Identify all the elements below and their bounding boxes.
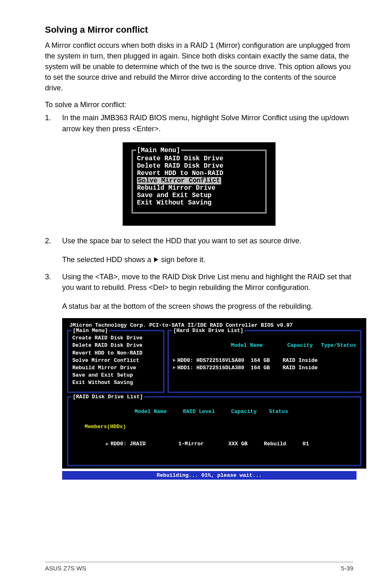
hdd-row: HDD0: HDS722516VLSA80 164 GB RAID Inside bbox=[173, 357, 356, 364]
step-1-number: 1. bbox=[45, 112, 62, 134]
step-1-text: In the main JMB363 RAID BIOS menu, highl… bbox=[62, 112, 353, 134]
bios-menu-title: [Main Menu] bbox=[136, 147, 181, 154]
raid-row-slot: RDD0: bbox=[110, 441, 126, 447]
bios-hdd-panel-title: [Hard Disk Drive List] bbox=[172, 328, 245, 334]
step-3-note: A status bar at the bottom of the screen… bbox=[62, 301, 353, 312]
raid-col-level: RAID Level bbox=[183, 408, 215, 415]
raid-col-model: Model Name bbox=[134, 408, 166, 415]
bios-menu-item: Rebuild Mirror Drive bbox=[137, 184, 261, 192]
bios-full-screenshot: JMicron Technology Corp. PCI-to-SATA II/… bbox=[62, 318, 366, 469]
footer-product: ASUS Z7S WS bbox=[45, 565, 86, 572]
bios-raid-panel-title: [RAID Disk Drive List] bbox=[72, 394, 144, 400]
bios-menu-item: Exit Without Saving bbox=[72, 379, 159, 386]
bios-menu-item: Solve Mirror Conflict bbox=[137, 177, 261, 184]
section-heading: Solving a Mirror conflict bbox=[45, 25, 353, 35]
raid-members-label: Members(HDDx) bbox=[85, 424, 126, 430]
bios-menu-item: Delete RAID Disk Drive bbox=[137, 162, 261, 170]
hdd-col-model: Model Name bbox=[231, 342, 263, 348]
bios-menu-item: Rebuild Mirror Drive bbox=[72, 364, 159, 372]
footer-page-number: 5-39 bbox=[341, 565, 353, 572]
bios-menu-item: Revert HDD to Non-RAID bbox=[72, 350, 159, 357]
bios-menu-item: Revert HDD to Non-RAID bbox=[137, 170, 261, 177]
bios-raid-list-panel: [RAID Disk Drive List] Model NameRAID Le… bbox=[67, 396, 361, 466]
hdd-col-capacity: Capacity bbox=[287, 342, 313, 348]
step-3-number: 3. bbox=[45, 272, 62, 293]
raid-col-capacity: Capacity bbox=[231, 408, 256, 415]
raid-row-capacity: XXX GB bbox=[229, 441, 248, 447]
procedure-lead: To solve a Mirror conflict: bbox=[45, 101, 353, 109]
bios-menu-item: Exit Without Saving bbox=[137, 199, 261, 206]
bios-menu-item: Save and Exit Setup bbox=[72, 372, 159, 379]
bios-hdd-list-panel: [Hard Disk Drive List] Model NameCapacit… bbox=[168, 330, 361, 393]
raid-row-members: 01 bbox=[303, 441, 309, 447]
step-2-number: 2. bbox=[45, 236, 62, 246]
triangle-icon bbox=[154, 257, 158, 262]
bios-menu-item: Solve Mirror Conflict bbox=[72, 357, 159, 364]
step-2-note: The selected HDD shows a sign before it. bbox=[62, 254, 353, 265]
hdd-row: HDD1: HDS722516DLA380 164 GB RAID Inside bbox=[173, 364, 356, 372]
bios-main-menu-panel-title: [Main Menu] bbox=[72, 328, 109, 334]
bios-menu-item: Delete RAID Disk Drive bbox=[72, 342, 159, 349]
step-2-text: Use the space bar to select the HDD that… bbox=[62, 236, 353, 246]
step-3-text: Using the <TAB>, move to the RAID Disk D… bbox=[62, 272, 353, 293]
hdd-col-type: Type/Status bbox=[321, 342, 356, 348]
bios-main-menu-panel: [Main Menu] Create RAID Disk DriveDelete… bbox=[67, 330, 164, 393]
raid-col-status: Status bbox=[269, 408, 288, 415]
bios-menu-item: Create RAID Disk Drive bbox=[72, 334, 159, 342]
bios-status-bar: Rebuilding... 01%, please wait... bbox=[62, 471, 356, 480]
raid-row-name: JRAID bbox=[130, 441, 146, 447]
raid-row-level: 1-Mirror bbox=[178, 441, 204, 447]
triangle-icon bbox=[106, 442, 109, 446]
raid-row-status: Rebuild bbox=[264, 441, 287, 447]
bios-menu-item: Create RAID Disk Drive bbox=[137, 155, 261, 162]
bios-main-menu-screenshot: [Main Menu] Create RAID Disk DriveDelete… bbox=[123, 142, 276, 226]
bios-menu-item: Save and Exit Setup bbox=[137, 192, 261, 199]
intro-paragraph: A Mirror conflict occurs when both disks… bbox=[45, 40, 353, 93]
